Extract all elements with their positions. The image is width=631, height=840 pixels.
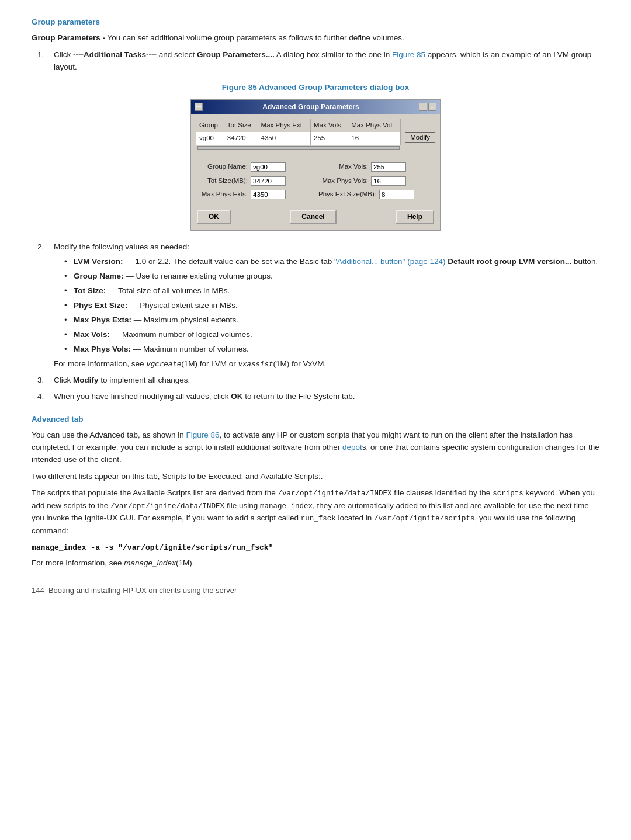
vxassist-ref: vxassist (238, 360, 273, 369)
step-2-num: 2. (37, 241, 54, 370)
cell-tot-size: 34720 (224, 132, 258, 145)
field-max-phys-vols-input[interactable] (371, 176, 406, 186)
help-button[interactable]: Help (396, 210, 434, 224)
dialog-table: Group Tot Size Max Phys Ext Max Vols Max… (196, 119, 401, 145)
field-tot-size-input[interactable] (251, 176, 286, 186)
tot-size-label: Tot Size: (74, 286, 106, 295)
step-1-bold1: ----Additional Tasks---- (73, 50, 157, 59)
col-group: Group (196, 119, 224, 132)
step-1-figure-link[interactable]: Figure 85 (392, 50, 425, 59)
para3-code6: /var/opt/ignite/scripts (374, 515, 475, 523)
bullet-dot-3: • (64, 285, 74, 297)
bullet-dot-1: • (64, 256, 74, 268)
bullet-dot-6: • (64, 329, 74, 341)
step-3-num: 3. (37, 374, 54, 387)
field-phys-ext-size-label: Phys Ext Size(MB): (318, 189, 376, 200)
cell-group: vg00 (196, 132, 224, 145)
bullet-group-name: • Group Name: — Use to rename existing v… (64, 270, 599, 283)
field-max-phys-vols: Max Phys Vols: (318, 176, 433, 186)
field-phys-ext-size: Phys Ext Size(MB): (318, 189, 433, 200)
bullet-tot-size: • Tot Size: — Total size of all volumes … (64, 285, 599, 297)
field-max-phys-exts-input[interactable] (251, 190, 286, 199)
advanced-tab-para1: You can use the Advanced tab, as shown i… (32, 429, 599, 466)
bullet-max-phys-vols-content: Max Phys Vols: — Maximum number of volum… (74, 343, 599, 356)
step-3: 3. Click Modify to implement all changes… (37, 374, 599, 387)
group-name-label: Group Name: (74, 272, 124, 280)
dialog-table-scrollbar[interactable] (196, 145, 401, 151)
tot-size-text: — Total size of all volumes in MBs. (108, 286, 230, 295)
group-parameters-bold-intro: Group Parameters - (32, 33, 105, 42)
bullet-max-phys-exts: • Max Phys Exts: — Maximum physical exte… (64, 314, 599, 327)
manage-index-italic: manage_index (124, 558, 176, 567)
cancel-button[interactable]: Cancel (290, 210, 336, 224)
max-vols-label: Max Vols: (74, 330, 110, 339)
dialog-menu-button[interactable]: — (195, 103, 203, 111)
col-max-phys-vol: Max Phys Vol (348, 119, 401, 132)
bullet-dot-4: • (64, 300, 74, 312)
field-group-name-input[interactable] (251, 162, 286, 172)
cell-max-phys-ext: 4350 (258, 132, 311, 145)
field-phys-ext-size-input[interactable] (379, 190, 414, 199)
advanced-group-parameters-dialog: — Advanced Group Parameters _ □ Group (190, 99, 441, 231)
vgcreate-ref: vgcreate (146, 360, 181, 369)
dialog-table-row: Group Tot Size Max Phys Ext Max Vols Max… (196, 119, 435, 156)
bullet-tot-size-content: Tot Size: — Total size of all volumes in… (74, 285, 599, 297)
step-4-ok-bold: OK (231, 392, 242, 401)
lvm-version-label: LVM Version: (74, 257, 123, 266)
bullet-dot-2: • (64, 270, 74, 283)
para3-before: The scripts that populate the Available … (32, 488, 278, 497)
step-4-num: 4. (37, 391, 54, 403)
field-max-vols-label: Max Vols: (318, 162, 368, 172)
col-max-vols: Max Vols (311, 119, 348, 132)
field-max-phys-exts-label: Max Phys Exts: (198, 189, 248, 200)
step-3-text1: Click (54, 376, 73, 384)
step-4-text2: to return to the File System tab. (242, 392, 355, 401)
dialog-title: Advanced Group Parameters (203, 102, 419, 113)
additional-button-link[interactable]: "Additional... button" (page 124) (334, 257, 445, 266)
step-3-modify-bold: Modify (73, 376, 99, 384)
lvm-version-bold: Default root group LVM version... (448, 257, 571, 266)
table-row: vg00 34720 4350 255 16 (196, 132, 401, 145)
dialog-titlebar: — Advanced Group Parameters _ □ (191, 100, 440, 114)
col-tot-size: Tot Size (224, 119, 258, 132)
page-footer: 144 Booting and installing HP-UX on clie… (32, 585, 599, 596)
step-2-content: Modify the following values as needed: •… (54, 241, 599, 370)
para3-mid5: located in (336, 513, 374, 522)
bullet-group-name-content: Group Name: — Use to rename existing vol… (74, 270, 599, 283)
step-4-text1: When you have finished modifying all val… (54, 392, 231, 401)
dialog-body: Group Tot Size Max Phys Ext Max Vols Max… (191, 114, 440, 230)
max-phys-vols-text: — Maximum number of volumes. (133, 345, 249, 353)
modify-button[interactable]: Modify (405, 132, 435, 143)
advanced-tab-heading: Advanced tab (32, 414, 599, 426)
max-phys-exts-text: — Maximum physical extents. (134, 315, 238, 324)
advanced-tab-more-info: For more information, see manage_index(1… (32, 557, 599, 570)
depot-link[interactable]: depot (342, 443, 362, 452)
field-max-phys-exts: Max Phys Exts: (198, 189, 313, 200)
field-max-phys-vols-label: Max Phys Vols: (318, 176, 368, 186)
dialog-table-wrapper: Group Tot Size Max Phys Ext Max Vols Max… (196, 119, 401, 151)
cell-max-phys-vol: 16 (348, 132, 401, 145)
group-name-text: — Use to rename existing volume groups. (126, 272, 272, 280)
dialog-maximize-button[interactable]: □ (428, 103, 436, 111)
cell-max-vols: 255 (311, 132, 348, 145)
bullet-lvm-version-content: LVM Version: — 1.0 or 2.2. The default v… (74, 256, 599, 268)
ok-button[interactable]: OK (197, 210, 231, 224)
bullet-dot-5: • (64, 314, 74, 327)
phys-ext-size-text: — Physical extent size in MBs. (130, 301, 238, 310)
field-group-name-label: Group Name: (198, 162, 248, 172)
figure-85-caption: Figure 85 Advanced Group Parameters dial… (32, 82, 599, 94)
step-1: 1. Click ----Additional Tasks---- and se… (37, 49, 599, 74)
field-group-name: Group Name: (198, 162, 313, 172)
step-1-bold2: Group Parameters.... (197, 50, 275, 59)
group-parameters-intro-text: You can set additional volume group para… (108, 33, 404, 42)
footer-text: Booting and installing HP-UX on clients … (48, 586, 237, 595)
para3-code2: scripts (493, 490, 523, 498)
figure-86-link[interactable]: Figure 86 (186, 431, 219, 439)
bullet-max-vols-content: Max Vols: — Maximum number of logical vo… (74, 329, 599, 341)
step-3-text2: to implement all changes. (99, 376, 190, 384)
field-max-vols-input[interactable] (371, 162, 406, 172)
dialog-buttons: OK Cancel Help (196, 207, 435, 225)
dialog-minimize-button[interactable]: _ (419, 103, 427, 111)
phys-ext-size-label: Phys Ext Size: (74, 301, 127, 310)
step-4-content: When you have finished modifying all val… (54, 391, 599, 403)
